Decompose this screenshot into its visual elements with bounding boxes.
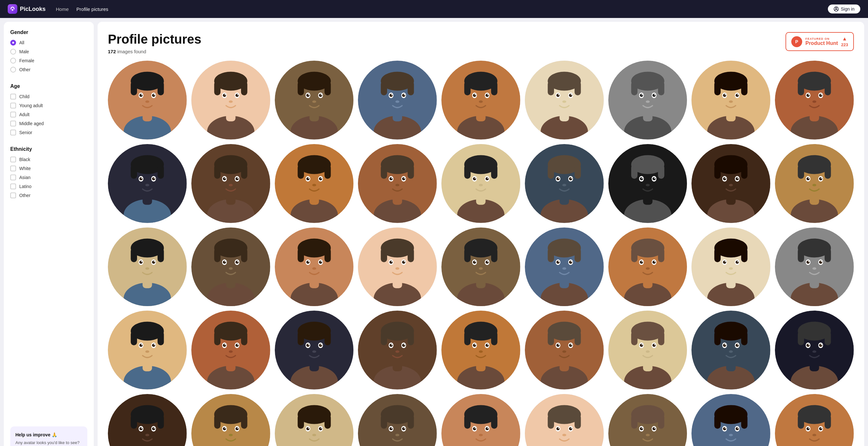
avatar[interactable] bbox=[441, 227, 520, 307]
age-child-checkbox[interactable] bbox=[10, 94, 16, 99]
avatar[interactable] bbox=[525, 61, 604, 139]
avatar[interactable] bbox=[275, 394, 354, 446]
svg-point-181 bbox=[320, 178, 321, 179]
age-child[interactable]: Child bbox=[10, 94, 87, 99]
avatar[interactable] bbox=[358, 227, 437, 307]
avatar[interactable] bbox=[358, 394, 437, 446]
ethnicity-white[interactable]: White bbox=[10, 165, 87, 171]
age-senior-label: Senior bbox=[19, 130, 32, 135]
age-middle-aged[interactable]: Middle aged bbox=[10, 121, 87, 126]
avatar[interactable] bbox=[275, 227, 354, 307]
avatar[interactable] bbox=[441, 144, 520, 223]
gender-other-radio[interactable] bbox=[10, 67, 16, 72]
product-hunt-badge[interactable]: P FEATURED ON Product Hunt ▲ 223 bbox=[785, 32, 854, 51]
avatar[interactable] bbox=[525, 394, 604, 446]
avatar[interactable] bbox=[608, 394, 687, 446]
avatar[interactable] bbox=[275, 144, 354, 223]
svg-point-62 bbox=[396, 100, 399, 103]
avatar[interactable] bbox=[441, 61, 520, 139]
svg-rect-669 bbox=[798, 415, 804, 429]
gender-other[interactable]: Other bbox=[10, 67, 87, 72]
nav-home[interactable]: Home bbox=[56, 6, 69, 12]
avatar[interactable] bbox=[191, 311, 270, 389]
avatar[interactable] bbox=[608, 61, 687, 139]
avatar[interactable] bbox=[108, 394, 187, 446]
avatar[interactable] bbox=[441, 394, 520, 446]
avatar[interactable] bbox=[191, 144, 270, 223]
gender-filter: Gender All Male Female Other bbox=[10, 30, 87, 76]
age-senior-checkbox[interactable] bbox=[10, 130, 16, 135]
age-young-adult-checkbox[interactable] bbox=[10, 103, 16, 108]
title-area: Profile pictures 172 images found bbox=[108, 32, 201, 54]
svg-point-226 bbox=[571, 178, 572, 179]
ethnicity-black-checkbox[interactable] bbox=[10, 157, 16, 162]
avatar[interactable] bbox=[775, 144, 854, 223]
ethnicity-other[interactable]: Other bbox=[10, 193, 87, 198]
gender-female-radio[interactable] bbox=[10, 58, 16, 64]
avatar[interactable] bbox=[775, 394, 854, 446]
avatar[interactable] bbox=[191, 227, 270, 307]
gender-all[interactable]: All bbox=[10, 40, 87, 45]
avatar[interactable] bbox=[275, 61, 354, 139]
age-adult[interactable]: Adult bbox=[10, 112, 87, 118]
avatar[interactable] bbox=[108, 144, 187, 223]
gender-all-radio[interactable] bbox=[10, 40, 16, 45]
gender-male-radio[interactable] bbox=[10, 49, 16, 55]
sign-in-button[interactable]: Sign in bbox=[828, 4, 860, 13]
avatar[interactable] bbox=[691, 394, 770, 446]
svg-rect-310 bbox=[324, 248, 331, 262]
brand-logo[interactable]: PicLooks bbox=[8, 4, 45, 14]
avatar[interactable] bbox=[608, 144, 687, 223]
image-grid bbox=[108, 61, 854, 446]
avatar[interactable] bbox=[191, 394, 270, 446]
avatar[interactable] bbox=[691, 311, 770, 389]
svg-point-644 bbox=[652, 427, 655, 430]
svg-point-15 bbox=[141, 94, 142, 95]
ph-count: ▲ 223 bbox=[841, 36, 848, 47]
avatar[interactable] bbox=[775, 311, 854, 389]
svg-point-435 bbox=[224, 344, 225, 345]
nav-profile-pictures[interactable]: Profile pictures bbox=[76, 6, 108, 12]
avatar[interactable] bbox=[358, 311, 437, 389]
avatar[interactable] bbox=[441, 311, 520, 389]
svg-point-313 bbox=[306, 260, 309, 264]
ethnicity-other-checkbox[interactable] bbox=[10, 193, 16, 198]
avatar[interactable] bbox=[608, 227, 687, 307]
avatar[interactable] bbox=[775, 61, 854, 139]
ph-featured-label: FEATURED ON bbox=[805, 37, 838, 40]
svg-point-225 bbox=[558, 178, 559, 179]
avatar[interactable] bbox=[525, 144, 604, 223]
ethnicity-latino[interactable]: Latino bbox=[10, 184, 87, 189]
avatar[interactable] bbox=[191, 61, 270, 139]
gender-female[interactable]: Female bbox=[10, 58, 87, 64]
avatar[interactable] bbox=[691, 61, 770, 139]
avatar[interactable] bbox=[775, 227, 854, 307]
avatar[interactable] bbox=[608, 311, 687, 389]
gender-male-label: Male bbox=[19, 49, 29, 54]
ethnicity-black[interactable]: Black bbox=[10, 157, 87, 162]
ethnicity-white-checkbox[interactable] bbox=[10, 165, 16, 171]
svg-rect-534 bbox=[798, 331, 804, 345]
svg-point-375 bbox=[641, 261, 642, 262]
avatar[interactable] bbox=[525, 311, 604, 389]
ethnicity-latino-checkbox[interactable] bbox=[10, 184, 16, 189]
ethnicity-asian-checkbox[interactable] bbox=[10, 174, 16, 180]
avatar[interactable] bbox=[108, 227, 187, 307]
age-adult-checkbox[interactable] bbox=[10, 112, 16, 118]
gender-male[interactable]: Male bbox=[10, 49, 87, 55]
age-senior[interactable]: Senior bbox=[10, 130, 87, 135]
svg-point-227 bbox=[562, 184, 566, 186]
age-young-adult[interactable]: Young adult bbox=[10, 103, 87, 108]
avatar[interactable] bbox=[691, 227, 770, 307]
avatar[interactable] bbox=[275, 311, 354, 389]
svg-rect-99 bbox=[631, 81, 638, 95]
svg-rect-670 bbox=[825, 415, 831, 429]
avatar[interactable] bbox=[525, 227, 604, 307]
avatar[interactable] bbox=[691, 144, 770, 223]
avatar[interactable] bbox=[108, 61, 187, 139]
avatar[interactable] bbox=[358, 61, 437, 139]
ethnicity-asian[interactable]: Asian bbox=[10, 174, 87, 180]
age-middle-aged-checkbox[interactable] bbox=[10, 121, 16, 126]
avatar[interactable] bbox=[358, 144, 437, 223]
avatar[interactable] bbox=[108, 311, 187, 389]
